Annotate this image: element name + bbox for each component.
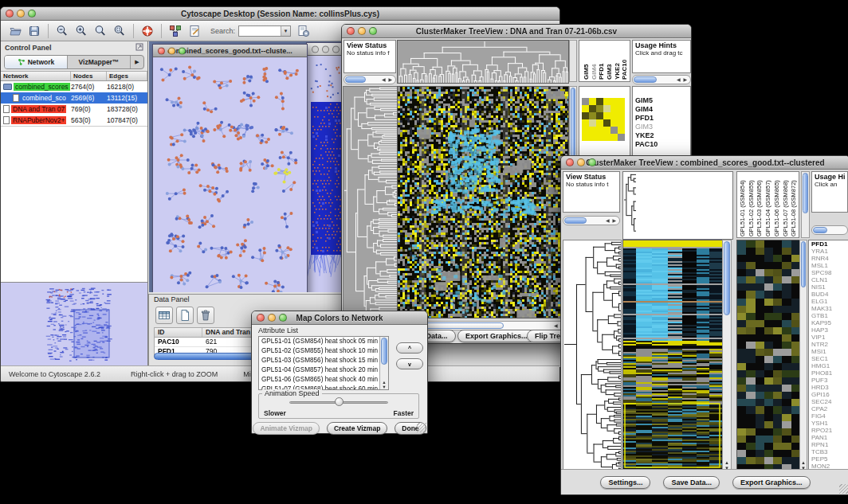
column-label-gpl51-04-gsm857[interactable]: GPL51-04 (GSM857) xyxy=(764,173,773,236)
matrix-cell[interactable] xyxy=(589,105,596,112)
column-label-yke2[interactable]: YKE2 xyxy=(614,42,621,80)
zoom-button[interactable] xyxy=(179,47,186,54)
delete-attribute-button[interactable] xyxy=(197,307,214,324)
gene-label-fig4[interactable]: FIG4 xyxy=(809,412,848,420)
column-label-gpl51-03-gsm856[interactable]: GPL51-03 (GSM856) xyxy=(756,173,764,236)
network-view-window[interactable]: combined_scores_good.txt--cluste... xyxy=(152,44,308,292)
attribute-list-item[interactable]: GPL51-01 (GSM854) heat shock 05 min xyxy=(259,337,388,346)
matrix-cell[interactable] xyxy=(589,134,596,141)
gene-label-nis1[interactable]: NIS1 xyxy=(809,283,848,291)
gene-label-ntr2[interactable]: NTR2 xyxy=(809,341,848,348)
zoom-in-icon[interactable] xyxy=(72,22,91,39)
usage-hints-scrollbar[interactable] xyxy=(811,225,848,235)
attribute-list[interactable]: GPL51-01 (GSM854) heat shock 05 minGPL51… xyxy=(258,336,389,390)
gene-label-yra1[interactable]: YRA1 xyxy=(809,248,848,255)
zoom-button[interactable] xyxy=(28,10,36,18)
resize-grip[interactable] xyxy=(839,484,848,494)
minimize-button[interactable] xyxy=(17,10,25,18)
gene-label-gtb1[interactable]: GTB1 xyxy=(809,312,848,319)
attribute-list-item[interactable]: GPL51-02 (GSM855) heat shock 10 min xyxy=(259,346,388,356)
attribute-list-item[interactable]: GPL51-06 (GSM865) heat shock 40 min xyxy=(259,375,388,385)
network-canvas[interactable] xyxy=(153,57,307,292)
save-data-button[interactable]: Save Data... xyxy=(663,476,720,489)
gene-label-gim4[interactable]: GIM4 xyxy=(633,105,690,114)
gene-label-pho81[interactable]: PHO81 xyxy=(809,369,848,377)
dialog-title-bar[interactable]: Map Colors to Network xyxy=(252,311,427,325)
matrix-cell[interactable] xyxy=(610,112,618,119)
minimize-button[interactable] xyxy=(577,158,585,166)
matrix-cell[interactable] xyxy=(596,127,603,134)
matrix-cell[interactable] xyxy=(589,127,596,134)
matrix-cell[interactable] xyxy=(582,105,589,112)
matrix-cell[interactable] xyxy=(603,134,610,141)
close-button[interactable] xyxy=(158,47,165,54)
matrix-cell[interactable] xyxy=(618,105,625,112)
gene-label-spc98[interactable]: SPC98 xyxy=(809,269,848,276)
create-vizmap-button[interactable]: Create Vizmap xyxy=(327,422,387,435)
gene-label-elg1[interactable]: ELG1 xyxy=(809,298,848,305)
export-graphics-button[interactable]: Export Graphics... xyxy=(732,476,811,489)
matrix-cell[interactable] xyxy=(610,105,618,112)
attribute-list-item[interactable]: GPL51-04 (GSM857) heat shock 20 min xyxy=(259,365,388,375)
speed-slider-thumb[interactable] xyxy=(335,397,344,406)
column-label-scrollbar[interactable] xyxy=(801,171,810,238)
gene-label-msl1[interactable]: MSL1 xyxy=(809,262,848,269)
heatmap[interactable] xyxy=(397,86,569,318)
gene-label-msi1[interactable]: MSI1 xyxy=(809,348,848,355)
selection-heatmap[interactable] xyxy=(736,240,801,472)
gene-label-rpn1[interactable]: RPN1 xyxy=(809,441,848,448)
main-title-bar[interactable]: Cytoscape Desktop (Session Name: collins… xyxy=(1,7,559,21)
more-tabs-button[interactable]: ▶ xyxy=(131,56,143,68)
gene-label-gim3[interactable]: GIM3 xyxy=(633,123,690,131)
close-button[interactable] xyxy=(312,45,319,53)
gene-label-vip1[interactable]: VIP1 xyxy=(809,334,848,341)
array-dendrogram[interactable] xyxy=(622,171,733,240)
col-nodes[interactable]: Nodes xyxy=(71,72,107,80)
tab-network[interactable]: Network xyxy=(5,56,68,68)
gene-label-hap3[interactable]: HAP3 xyxy=(809,326,848,334)
matrix-cell[interactable] xyxy=(603,127,610,134)
move-up-button[interactable]: ^ xyxy=(396,342,423,354)
network-row-combined-scores[interactable]: combined_scores2764(0)16218(0) xyxy=(1,81,147,92)
gene-label-sec1[interactable]: SEC1 xyxy=(809,355,848,362)
birdseye-view[interactable] xyxy=(1,282,147,365)
gene-label-list[interactable]: PFD1YRA1RNR4MSL1SPC98CLN1NIS1BUD4ELG1MAK… xyxy=(808,240,848,472)
gene-label-gim5[interactable]: GIM5 xyxy=(633,96,690,105)
matrix-cell[interactable] xyxy=(582,127,589,134)
matrix-cell[interactable] xyxy=(589,112,596,119)
search-text-field[interactable] xyxy=(239,26,279,35)
gene-label-pac10[interactable]: PAC10 xyxy=(633,140,690,149)
close-button[interactable] xyxy=(566,158,574,166)
matrix-cell[interactable] xyxy=(596,112,603,119)
column-label-gpl51-02-gsm855[interactable]: GPL51-02 (GSM855) xyxy=(748,173,756,236)
resize-grip[interactable] xyxy=(417,423,426,432)
gene-label-pep5[interactable]: PEP5 xyxy=(809,455,848,463)
gene-label-rnr4[interactable]: RNR4 xyxy=(809,255,848,262)
attr-col-id[interactable]: ID xyxy=(155,328,202,337)
col-network[interactable]: Network xyxy=(1,72,71,80)
matrix-cell[interactable] xyxy=(596,105,603,112)
matrix-cell[interactable] xyxy=(589,119,596,127)
gene-label-yke2[interactable]: YKE2 xyxy=(633,131,690,140)
col-edges[interactable]: Edges xyxy=(107,72,147,80)
matrix-cell[interactable] xyxy=(603,98,610,105)
network-row-dna-and-tran-07[interactable]: DNA and Tran 07769(0)183728(0) xyxy=(1,104,147,115)
network-row-rnapubernov2[interactable]: RNAPuberNov2+563(0)107847(0) xyxy=(1,115,147,126)
treeview-dna-title-bar[interactable]: ClusterMaker TreeView : DNA and Tran 07-… xyxy=(342,25,691,38)
zoom-fit-icon[interactable] xyxy=(91,22,110,39)
gene-label-hrd3[interactable]: HRD3 xyxy=(809,384,848,391)
matrix-cell[interactable] xyxy=(618,112,625,119)
matrix-cell[interactable] xyxy=(582,112,589,119)
view-status-scrollbar[interactable]: ◀ ▶ xyxy=(344,75,396,84)
zoom-button[interactable] xyxy=(332,45,340,53)
gene-label-hmg1[interactable]: HMG1 xyxy=(809,362,848,369)
matrix-cell[interactable] xyxy=(610,119,618,127)
filter-icon[interactable] xyxy=(294,22,313,39)
attribute-list-item[interactable]: GPL51-03 (GSM856) heat shock 15 min xyxy=(259,356,388,365)
gene-label-bud4[interactable]: BUD4 xyxy=(809,291,848,298)
float-panel-icon[interactable] xyxy=(135,43,143,53)
background-network-window[interactable] xyxy=(306,42,344,292)
gene-label-gpi16[interactable]: GPI16 xyxy=(809,391,848,398)
open-icon[interactable] xyxy=(6,22,25,39)
search-dropdown-arrow-icon[interactable]: ▼ xyxy=(281,26,290,36)
